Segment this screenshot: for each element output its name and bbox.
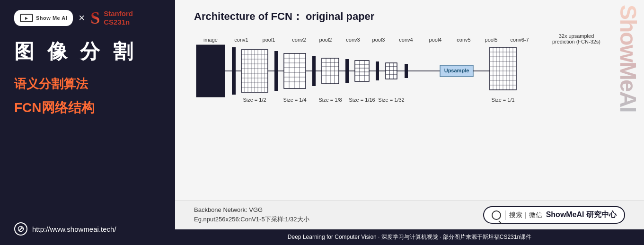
svg-text:conv1: conv1 xyxy=(234,37,248,43)
svg-text:32x upsampled: 32x upsampled xyxy=(559,33,594,39)
link-icon xyxy=(14,222,27,236)
svg-text:conv4: conv4 xyxy=(399,37,413,43)
logo-area: Show Me AI × S Stanford CS231n xyxy=(14,9,161,26)
website-link[interactable]: http://www.showmeai.tech/ xyxy=(14,222,116,236)
svg-text:image: image xyxy=(203,37,218,43)
footer-text: Deep Learning for Computer Vision · 深度学习… xyxy=(288,233,531,241)
content-area: ShowMeAI Architecture of FCN： original p… xyxy=(175,0,644,245)
stanford-name: Stanford xyxy=(104,9,133,18)
search-box[interactable]: 搜索｜微信 ShowMeAI 研究中心 xyxy=(483,206,625,224)
fcn-svg: image conv1 pool1 conv2 pool2 conv3 pool… xyxy=(194,33,601,123)
footer-bar: Deep Learning for Computer Vision · 深度学习… xyxy=(175,229,644,245)
showmeai-logo[interactable]: Show Me AI xyxy=(14,10,73,26)
svg-text:conv6-7: conv6-7 xyxy=(510,37,529,43)
svg-text:prediction (FCN-32s): prediction (FCN-32s) xyxy=(552,39,600,44)
svg-rect-37 xyxy=(274,51,278,91)
times-sign: × xyxy=(79,12,85,24)
svg-text:pool4: pool4 xyxy=(429,37,442,43)
svg-rect-63 xyxy=(345,59,349,83)
svg-text:Size = 1/16: Size = 1/16 xyxy=(349,97,375,103)
svg-rect-15 xyxy=(196,45,225,97)
bottom-info: Backbone Network: VGG Eg.nput256x256:Con… xyxy=(175,200,644,229)
search-brand: ShowMeAI 研究中心 xyxy=(546,210,617,220)
link-svg-icon xyxy=(18,226,24,232)
svg-rect-76 xyxy=(386,63,397,79)
stanford-text: Stanford CS231n xyxy=(104,9,133,26)
svg-text:Size = 1/1: Size = 1/1 xyxy=(491,97,514,103)
svg-text:conv2: conv2 xyxy=(292,37,306,43)
svg-text:Size = 1/2: Size = 1/2 xyxy=(243,97,266,103)
svg-rect-17 xyxy=(232,47,236,95)
showmeai-label: Show Me AI xyxy=(36,15,67,21)
svg-rect-51 xyxy=(312,56,316,86)
search-icon xyxy=(492,210,501,220)
watermark: ShowMeAI xyxy=(617,5,639,112)
svg-rect-39 xyxy=(284,53,306,88)
svg-rect-74 xyxy=(376,61,379,80)
svg-text:Size = 1/32: Size = 1/32 xyxy=(378,97,404,103)
sidebar: Show Me AI × S Stanford CS231n 图 像 分 割 语… xyxy=(0,0,175,245)
svg-text:conv5: conv5 xyxy=(457,37,470,43)
stanford-course: CS231n xyxy=(104,18,133,26)
svg-text:Size = 1/4: Size = 1/4 xyxy=(283,97,306,103)
svg-text:pool2: pool2 xyxy=(319,37,332,43)
arch-diagram-title: Architecture of FCN： original paper xyxy=(194,9,625,24)
website-url: http://www.showmeai.tech/ xyxy=(32,225,116,233)
content-main: ShowMeAI Architecture of FCN： original p… xyxy=(175,0,644,200)
search-divider xyxy=(505,210,505,220)
section-title: 语义分割算法 xyxy=(14,77,161,91)
svg-text:pool3: pool3 xyxy=(372,37,385,43)
search-label: 搜索｜微信 xyxy=(509,211,542,219)
svg-rect-84 xyxy=(405,64,408,78)
eg-text: Eg.nput256x256:ConV1-5下采样:1/32大小 xyxy=(194,215,309,224)
backbone-text: Backbone Network: VGG xyxy=(194,206,309,213)
svg-text:pool5: pool5 xyxy=(485,37,498,43)
section-subtitle: FCN网络结构 xyxy=(14,99,161,117)
svg-text:conv3: conv3 xyxy=(346,37,360,43)
logo-icon xyxy=(20,14,33,22)
page-title: 图 像 分 割 xyxy=(14,41,161,62)
svg-text:Size = 1/8: Size = 1/8 xyxy=(318,97,342,103)
svg-rect-65 xyxy=(355,61,369,81)
stanford-logo: S Stanford CS231n xyxy=(90,9,133,26)
fcn-diagram: image conv1 pool1 conv2 pool2 conv3 pool… xyxy=(194,33,625,128)
svg-text:Upsample: Upsample xyxy=(444,68,469,73)
stanford-s-letter: S xyxy=(90,9,100,26)
svg-text:pool1: pool1 xyxy=(263,37,275,43)
